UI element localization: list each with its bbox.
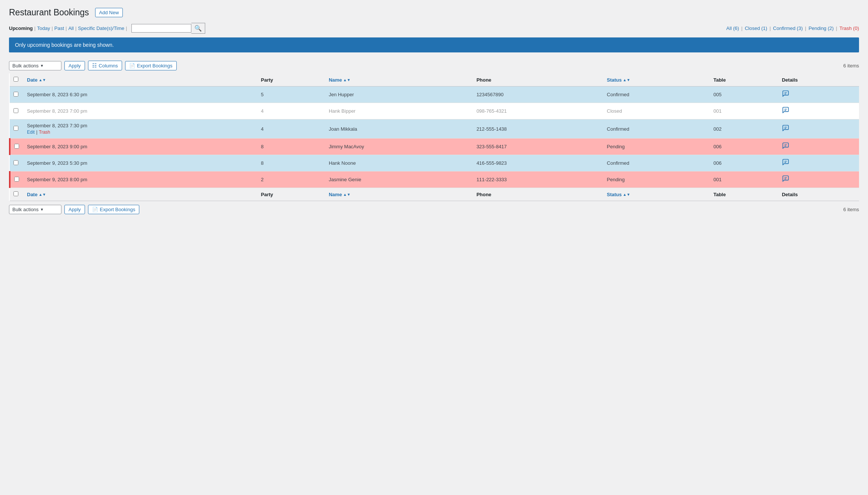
details-icon[interactable] — [782, 91, 789, 99]
row-table-cell: 001 — [710, 103, 778, 119]
row-checkbox[interactable] — [13, 126, 18, 131]
export-label: Export Bookings — [137, 63, 173, 69]
row-status-cell: Confirmed — [603, 155, 710, 171]
status-confirmed-link[interactable]: Confirmed (3) — [773, 25, 802, 31]
row-phone-cell: 111-222-3333 — [473, 171, 603, 188]
row-party-cell: 4 — [257, 103, 325, 119]
sort-name-footer-link[interactable]: Name ▲▼ — [329, 192, 469, 197]
row-name-cell: Jen Hupper — [325, 86, 473, 103]
info-banner-text: Only upcoming bookings are being shown. — [15, 42, 114, 48]
apply-bottom-button[interactable]: Apply — [64, 205, 85, 214]
sep1: | — [34, 25, 36, 31]
export-bookings-bottom-button[interactable]: 📄 Export Bookings — [88, 205, 140, 214]
row-status-cell: Confirmed — [603, 86, 710, 103]
row-phone-cell: 416-555-9823 — [473, 155, 603, 171]
row-checkbox[interactable] — [14, 144, 19, 149]
columns-icon: ☷ — [92, 63, 97, 69]
header-status: Status ▲▼ — [603, 73, 710, 86]
footer-name: Name ▲▼ — [325, 188, 473, 201]
page-title: Restaurant Bookings — [9, 7, 89, 18]
row-checkbox[interactable] — [13, 160, 18, 165]
sort-name-link[interactable]: Name ▲▼ — [329, 77, 469, 83]
trash-action[interactable]: Trash — [39, 130, 50, 135]
table-header-row: Date ▲▼ Party Name ▲▼ Phone Status ▲▼ Ta… — [10, 73, 859, 86]
search-input[interactable] — [131, 24, 191, 33]
row-status-cell: Confirmed — [603, 119, 710, 139]
sort-arrows-status-footer: ▲▼ — [623, 192, 630, 197]
sort-arrows-status: ▲▼ — [623, 78, 630, 82]
table-row: September 9, 2023 5:30 pm8Hank Noone416-… — [10, 155, 859, 171]
export-bookings-button[interactable]: 📄 Export Bookings — [125, 61, 177, 70]
filter-today[interactable]: Today — [37, 25, 50, 31]
filter-past[interactable]: Past — [54, 25, 64, 31]
sep-s2: | — [770, 25, 771, 31]
filter-all[interactable]: All — [68, 25, 73, 31]
columns-button[interactable]: ☷ Columns — [88, 61, 122, 70]
row-party-cell: 8 — [257, 139, 325, 155]
sep-s4: | — [836, 25, 837, 31]
row-table-cell: 006 — [710, 155, 778, 171]
row-details-cell — [778, 86, 859, 103]
item-count-bottom: 6 items — [843, 207, 859, 212]
header-details: Details — [778, 73, 859, 86]
bulk-actions-bottom-select[interactable]: Bulk actions ▼ — [9, 205, 61, 214]
sep-s1: | — [741, 25, 743, 31]
details-icon[interactable] — [782, 143, 789, 151]
row-table-cell: 006 — [710, 139, 778, 155]
columns-label: Columns — [99, 63, 118, 69]
select-all-footer-checkbox[interactable] — [13, 191, 18, 196]
row-phone-cell: 212-555-1438 — [473, 119, 603, 139]
row-details-cell — [778, 103, 859, 119]
row-checkbox[interactable] — [13, 92, 18, 97]
sep5: | — [126, 25, 127, 31]
edit-action[interactable]: Edit — [27, 130, 35, 135]
status-all-link[interactable]: All (6) — [726, 25, 739, 31]
row-table-cell: 001 — [710, 171, 778, 188]
filter-specific-date[interactable]: Specific Date(s)/Time — [78, 25, 124, 31]
details-icon[interactable] — [782, 176, 789, 184]
row-date: September 8, 2023 9:00 pm — [27, 144, 87, 149]
footer-status: Status ▲▼ — [603, 188, 710, 201]
export-icon-bottom: 📄 — [92, 207, 98, 212]
chevron-down-icon-bottom: ▼ — [40, 207, 44, 212]
row-checkbox-cell — [10, 103, 23, 119]
details-icon[interactable] — [782, 108, 789, 115]
row-actions: Edit | Trash — [27, 130, 254, 135]
sort-status-footer-link[interactable]: Status ▲▼ — [607, 192, 706, 197]
row-checkbox[interactable] — [14, 177, 19, 182]
row-checkbox-cell — [10, 171, 23, 188]
sep2: | — [52, 25, 53, 31]
status-closed-link[interactable]: Closed (1) — [745, 25, 767, 31]
sort-date-link[interactable]: Date ▲▼ — [27, 77, 254, 83]
row-party-cell: 5 — [257, 86, 325, 103]
sort-date-footer-link[interactable]: Date ▲▼ — [27, 192, 254, 197]
sort-arrows-date-footer: ▲▼ — [39, 192, 46, 197]
row-checkbox[interactable] — [13, 108, 18, 113]
row-party-cell: 8 — [257, 155, 325, 171]
row-date: September 9, 2023 5:30 pm — [27, 160, 87, 166]
status-pending-link[interactable]: Pending (2) — [808, 25, 834, 31]
table-footer-row: Date ▲▼ Party Name ▲▼ Phone Status ▲▼ Ta… — [10, 188, 859, 201]
sep3: | — [66, 25, 67, 31]
row-phone-cell: 098-765-4321 — [473, 103, 603, 119]
header-name: Name ▲▼ — [325, 73, 473, 86]
bulk-actions-top-label: Bulk actions — [12, 63, 39, 69]
details-icon[interactable] — [782, 160, 789, 167]
apply-top-button[interactable]: Apply — [64, 61, 85, 70]
table-body: September 8, 2023 6:30 pm5Jen Hupper1234… — [10, 86, 859, 188]
bulk-actions-top-select[interactable]: Bulk actions ▼ — [9, 61, 61, 70]
details-icon[interactable] — [782, 126, 789, 133]
header-party: Party — [257, 73, 325, 86]
status-trash-link[interactable]: Trash (0) — [840, 25, 859, 31]
select-all-checkbox[interactable] — [13, 77, 18, 82]
row-checkbox-cell — [10, 86, 23, 103]
add-new-button[interactable]: Add New — [95, 8, 123, 17]
row-checkbox-cell — [10, 139, 23, 155]
info-banner: Only upcoming bookings are being shown. — [9, 37, 859, 52]
row-phone-cell: 323-555-8417 — [473, 139, 603, 155]
row-date: September 8, 2023 7:00 pm — [27, 108, 87, 114]
search-button[interactable]: 🔍 — [191, 23, 205, 34]
row-details-cell — [778, 155, 859, 171]
status-filter-bar: All (6) | Closed (1) | Confirmed (3) | P… — [726, 25, 859, 31]
sort-status-link[interactable]: Status ▲▼ — [607, 77, 706, 83]
